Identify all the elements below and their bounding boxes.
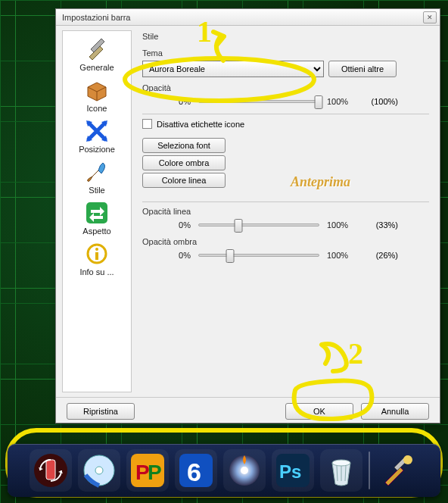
disc-burn-icon <box>226 452 263 489</box>
line-opacity-label: Opacità linea <box>142 207 429 216</box>
slider-min-label: 0% <box>165 97 191 106</box>
sidebar-item-label: Generale <box>79 63 114 72</box>
sidebar-item-stile[interactable]: Stile <box>67 157 127 196</box>
six-app-icon: 6 <box>178 452 214 489</box>
disc-blue-icon <box>81 452 117 489</box>
dock-item-trash[interactable] <box>320 449 362 492</box>
dock-separator <box>369 451 370 489</box>
svg-rect-3 <box>95 252 98 260</box>
sidebar-item-icone[interactable]: Icone <box>67 75 127 114</box>
info-icon <box>85 242 109 266</box>
box-icon <box>85 78 109 102</box>
svg-point-21 <box>332 460 350 466</box>
sidebar-item-posizione[interactable]: Posizione <box>67 116 127 155</box>
settings-sidebar: Generale Icone Posizione Stile <box>62 30 132 392</box>
style-panel: Stile Tema Aurora Boreale Ottieni altre … <box>132 26 440 397</box>
slider-thumb[interactable] <box>235 219 243 233</box>
dock-item-tools[interactable] <box>376 449 418 492</box>
sidebar-item-label: Icone <box>87 104 107 113</box>
swap-icon <box>85 201 109 225</box>
get-more-button[interactable]: Ottieni altre <box>328 61 397 77</box>
svg-text:P: P <box>148 461 162 484</box>
dialog-title: Impostazioni barra <box>59 13 423 22</box>
dock-item-six[interactable]: 6 <box>175 449 217 492</box>
slider-track[interactable] <box>198 100 319 103</box>
svg-text:Ps: Ps <box>279 461 301 482</box>
dock-item-disc-burn[interactable] <box>223 449 266 492</box>
slider-thumb[interactable] <box>315 95 323 109</box>
slider-min-label: 0% <box>165 220 191 230</box>
disable-labels-text: Disattiva etichette icone <box>157 120 244 129</box>
svg-text:6: 6 <box>187 458 201 486</box>
ok-button[interactable]: OK <box>285 403 353 420</box>
dock-bar: PP 6 Ps <box>8 444 440 497</box>
line-opacity-slider[interactable]: 0% 100% (33%) <box>165 220 429 230</box>
svg-point-2 <box>95 248 98 251</box>
sidebar-item-label: Posizione <box>79 145 115 154</box>
tools-crossed-icon <box>85 37 109 61</box>
select-font-button[interactable]: Seleziona font <box>142 138 226 153</box>
arrows-cross-icon <box>85 119 109 143</box>
slider-value: (26%) <box>360 251 398 260</box>
dock-item-photoshop[interactable]: Ps <box>272 449 314 492</box>
slider-track[interactable] <box>198 223 319 227</box>
shadow-opacity-label: Opacità ombra <box>142 237 429 246</box>
close-icon: ✕ <box>427 14 433 21</box>
svg-point-11 <box>95 467 103 474</box>
restore-button[interactable]: Ripristina <box>67 403 135 420</box>
photoshop-icon: Ps <box>275 452 311 489</box>
divider <box>142 114 429 114</box>
disable-labels-checkbox[interactable] <box>142 119 152 129</box>
sidebar-item-aspetto[interactable]: Aspetto <box>67 198 127 237</box>
dock-item-phone[interactable] <box>30 449 72 492</box>
sidebar-item-label: Aspetto <box>82 227 110 236</box>
sidebar-item-label: Stile <box>89 186 104 195</box>
sidebar-item-generale[interactable]: Generale <box>67 34 127 73</box>
theme-select[interactable]: Aurora Boreale <box>142 61 324 77</box>
sidebar-item-label: Info su ... <box>79 267 114 276</box>
dialog-footer: Ripristina OK Annulla <box>56 397 440 424</box>
opacity-slider[interactable]: 0% 100% (100%) <box>165 97 429 106</box>
group-title: Stile <box>142 32 429 41</box>
svg-point-22 <box>403 455 412 464</box>
slider-track[interactable] <box>198 254 319 257</box>
trash-icon <box>323 452 359 489</box>
shadow-opacity-slider[interactable]: 0% 100% (26%) <box>165 251 429 260</box>
settings-dialog: Impostazioni barra ✕ Generale Icone Po <box>55 8 440 423</box>
slider-value: (100%) <box>360 97 398 106</box>
dock-item-pp[interactable]: PP <box>126 449 169 492</box>
dialog-titlebar[interactable]: Impostazioni barra ✕ <box>56 9 440 26</box>
theme-label: Tema <box>142 48 429 58</box>
line-color-button[interactable]: Colore linea <box>142 173 226 188</box>
brush-icon <box>85 160 109 184</box>
shadow-color-button[interactable]: Colore ombra <box>142 155 226 170</box>
sidebar-item-info[interactable]: Info su ... <box>67 239 127 278</box>
svg-rect-9 <box>46 460 55 480</box>
slider-max-label: 100% <box>327 251 353 260</box>
tools-icon <box>379 452 415 489</box>
opacity-label: Opacità <box>142 83 429 92</box>
pp-app-icon: PP <box>129 452 166 489</box>
slider-max-label: 100% <box>327 97 353 106</box>
slider-min-label: 0% <box>165 251 191 260</box>
slider-thumb[interactable] <box>226 249 235 263</box>
slider-max-label: 100% <box>327 220 353 230</box>
slider-value: (33%) <box>360 220 398 230</box>
font-preview: Anteprima <box>291 174 350 190</box>
dock-item-disc-blue[interactable] <box>78 449 120 492</box>
close-button[interactable]: ✕ <box>423 11 437 23</box>
cancel-button[interactable]: Annulla <box>361 403 429 420</box>
divider <box>142 202 429 202</box>
phone-sync-icon <box>33 452 69 489</box>
svg-point-18 <box>241 467 248 474</box>
